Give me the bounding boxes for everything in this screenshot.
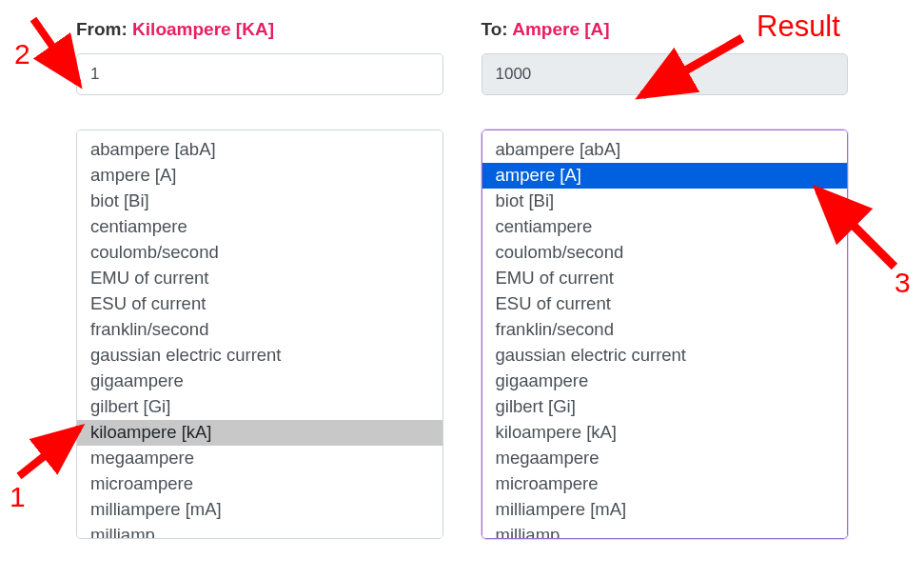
from-label: From:: [76, 19, 128, 39]
to-value-output: [482, 53, 849, 95]
list-item[interactable]: ESU of current: [77, 291, 442, 317]
list-item[interactable]: gaussian electric current: [77, 343, 442, 369]
from-value-input[interactable]: [76, 53, 443, 95]
from-label-row: From: Kiloampere [KA]: [76, 19, 443, 40]
list-item[interactable]: biot [Bi]: [77, 189, 442, 214]
list-item[interactable]: ESU of current: [482, 291, 848, 317]
list-item[interactable]: abampere [abA]: [77, 137, 442, 163]
list-item[interactable]: coulomb/second: [77, 240, 442, 266]
list-item[interactable]: milliamp: [482, 523, 848, 539]
list-item[interactable]: EMU of current: [482, 266, 848, 291]
list-item[interactable]: milliampere [mA]: [482, 497, 848, 523]
to-label: To:: [482, 19, 508, 39]
list-item[interactable]: gilbert [Gi]: [77, 394, 442, 420]
list-item[interactable]: microampere: [482, 471, 848, 497]
list-item[interactable]: gaussian electric current: [482, 343, 848, 369]
list-item[interactable]: milliamp: [77, 523, 442, 539]
to-label-row: To: Ampere [A]: [482, 19, 849, 40]
from-column: From: Kiloampere [KA] abampere [abA]ampe…: [76, 19, 443, 539]
list-item[interactable]: gigaampere: [77, 369, 442, 394]
list-item[interactable]: microampere: [77, 471, 442, 497]
list-item[interactable]: biot [Bi]: [482, 189, 848, 214]
to-column: To: Ampere [A] abampere [abA]ampere [A]b…: [482, 19, 849, 539]
list-item[interactable]: centiampere: [77, 214, 442, 240]
list-item[interactable]: milliampere [mA]: [77, 497, 442, 523]
list-item[interactable]: kiloampere [kA]: [77, 420, 442, 446]
list-item[interactable]: megaampere: [77, 446, 442, 471]
list-item[interactable]: gilbert [Gi]: [482, 394, 848, 420]
from-unit-list[interactable]: abampere [abA]ampere [A]biot [Bi]centiam…: [76, 130, 443, 539]
list-item[interactable]: centiampere: [482, 214, 848, 240]
list-item[interactable]: gigaampere: [482, 369, 848, 394]
list-item[interactable]: ampere [A]: [482, 163, 848, 189]
list-item[interactable]: megaampere: [482, 446, 848, 471]
list-item[interactable]: franklin/second: [77, 317, 442, 343]
from-unit-name: Kiloampere [KA]: [132, 19, 274, 39]
list-item[interactable]: kiloampere [kA]: [482, 420, 848, 446]
to-unit-list[interactable]: abampere [abA]ampere [A]biot [Bi]centiam…: [482, 130, 849, 539]
list-item[interactable]: EMU of current: [77, 266, 442, 291]
list-item[interactable]: franklin/second: [482, 317, 848, 343]
to-unit-name: Ampere [A]: [512, 19, 609, 39]
list-item[interactable]: abampere [abA]: [482, 137, 848, 163]
list-item[interactable]: ampere [A]: [77, 163, 442, 189]
list-item[interactable]: coulomb/second: [482, 240, 848, 266]
